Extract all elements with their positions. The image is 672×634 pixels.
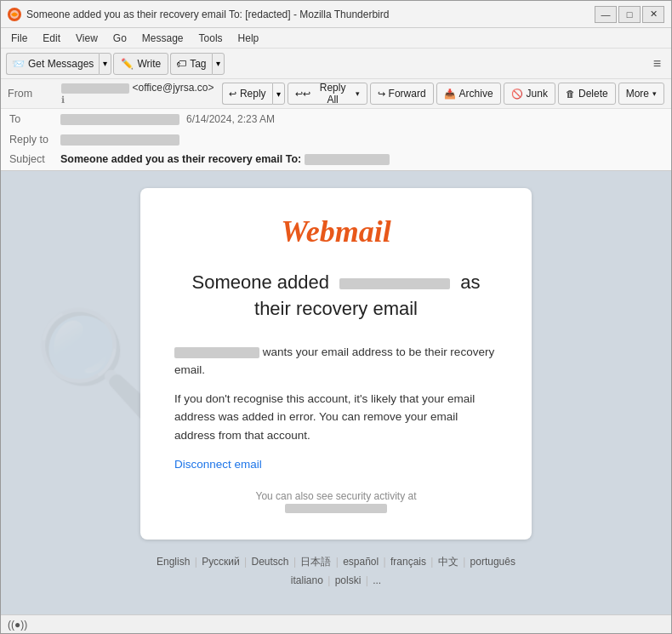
from-email-address[interactable]: <office@jyrsa.co> [132, 82, 214, 94]
footer-link-blurred [285, 504, 387, 513]
menu-edit[interactable]: Edit [36, 31, 67, 46]
body-paragraph-1: wants your email address to be their rec… [174, 343, 498, 380]
menu-tools[interactable]: Tools [192, 31, 230, 46]
get-messages-dropdown: 📨 Get Messages ▾ [6, 53, 111, 75]
window-title: Someone added you as their recovery emai… [26, 9, 595, 20]
trash-icon: 🗑 [566, 89, 575, 99]
reply-to-label: Reply to [9, 134, 60, 146]
email-card: Webmail Someone added as their recovery … [140, 188, 532, 540]
archive-button[interactable]: 📥 Archive [436, 83, 501, 105]
subject-value: Someone added you as their recovery emai… [60, 153, 390, 165]
write-button[interactable]: ✏️ Write [113, 53, 168, 75]
close-button[interactable]: ✕ [642, 6, 664, 23]
hamburger-menu[interactable]: ≡ [648, 54, 666, 74]
reply-all-arrow: ▾ [356, 89, 360, 98]
email-meta-area: From <office@jyrsa.co> ℹ ↩ Reply ▾ ↩↩ Re [1, 79, 671, 171]
reply-all-icon: ↩↩ [295, 89, 310, 100]
forward-button[interactable]: ↪ Forward [370, 83, 434, 105]
menubar: File Edit View Go Message Tools Help [1, 28, 671, 49]
lang-spanish[interactable]: español [343, 556, 379, 568]
from-name-blurred [61, 83, 129, 94]
lang-polish[interactable]: polski [335, 574, 362, 586]
delete-button[interactable]: 🗑 Delete [558, 83, 616, 105]
junk-button[interactable]: 🚫 Junk [504, 83, 555, 105]
language-bar: English | Русский | Deutsch | 日本語 | espa… [18, 553, 654, 590]
archive-icon: 📥 [444, 89, 456, 100]
window-controls: — □ ✕ [595, 6, 664, 23]
statusbar: ((●)) [1, 614, 671, 633]
footer-text: You can also see security activity at [174, 490, 498, 502]
reply-dropdown-arrow[interactable]: ▾ [272, 83, 285, 105]
more-button[interactable]: More ▾ [618, 83, 664, 105]
tag-button[interactable]: 🏷 Tag [170, 53, 211, 75]
app-icon [8, 8, 21, 21]
menu-message[interactable]: Message [135, 31, 191, 46]
action-bar: From <office@jyrsa.co> ℹ ↩ Reply ▾ ↩↩ Re [1, 79, 671, 109]
menu-help[interactable]: Help [231, 31, 266, 46]
junk-icon: 🚫 [511, 89, 523, 100]
email-date: 6/14/2024, 2:23 AM [186, 113, 275, 125]
to-value-blurred [60, 114, 179, 125]
connection-icon: ((●)) [8, 619, 27, 631]
reply-all-button[interactable]: ↩↩ Reply All ▾ [288, 83, 367, 105]
get-messages-arrow[interactable]: ▾ [99, 53, 111, 75]
lang-japanese[interactable]: 日本語 [300, 556, 331, 568]
body-paragraph-3: Disconnect email [174, 455, 498, 474]
webmail-logo-text: Webmail [281, 214, 390, 248]
subject-label: Subject [9, 153, 60, 165]
lang-german[interactable]: Deutsch [252, 556, 289, 568]
subject-redacted [305, 154, 390, 165]
menu-file[interactable]: File [4, 31, 34, 46]
info-icon: ℹ [61, 94, 65, 105]
reply-icon: ↩ [229, 89, 236, 100]
envelope-icon: 📨 [12, 58, 25, 70]
from-label: From [8, 88, 59, 100]
disconnect-email-link[interactable]: Disconnect email [174, 458, 262, 471]
maximize-button[interactable]: □ [618, 6, 641, 23]
email-body-area: 🔍 THINKTIFF Webmail Someone added as the… [1, 171, 671, 614]
get-messages-button[interactable]: 📨 Get Messages [6, 53, 99, 75]
tag-dropdown: 🏷 Tag ▾ [170, 53, 224, 75]
body-paragraph-2: If you don't recognise this account, it'… [174, 390, 498, 445]
title-redacted-email [339, 278, 450, 289]
subject-row: Subject Someone added you as their recov… [1, 150, 671, 170]
reply-split-button: ↩ Reply ▾ [222, 83, 285, 105]
lang-french[interactable]: français [390, 556, 426, 568]
main-toolbar: 📨 Get Messages ▾ ✏️ Write 🏷 Tag ▾ ≡ [1, 49, 671, 79]
forward-icon: ↪ [378, 89, 385, 100]
lang-chinese[interactable]: 中文 [438, 556, 458, 568]
lang-italian[interactable]: italiano [291, 574, 323, 586]
lang-more[interactable]: ... [373, 574, 381, 586]
to-row: To 6/14/2024, 2:23 AM [1, 109, 671, 129]
reply-button[interactable]: ↩ Reply [222, 83, 272, 105]
from-email-link[interactable]: <office@jyrsa.co> ℹ [61, 82, 217, 106]
reply-to-value-blurred [60, 134, 179, 146]
pencil-icon: ✏️ [121, 58, 134, 70]
email-card-title: Someone added as their recovery email [174, 270, 498, 323]
minimize-button[interactable]: — [595, 6, 617, 23]
body-redacted-name [174, 347, 259, 358]
more-chevron-icon: ▾ [652, 89, 657, 98]
lang-portuguese[interactable]: português [470, 556, 515, 568]
lang-russian[interactable]: Русский [202, 556, 240, 568]
menu-view[interactable]: View [69, 31, 105, 46]
reply-to-row: Reply to [1, 129, 671, 150]
to-label: To [9, 113, 60, 125]
tag-icon: 🏷 [176, 58, 186, 70]
email-card-footer: You can also see security activity at [174, 490, 498, 514]
chevron-down-icon: ▾ [276, 89, 281, 99]
email-card-body: wants your email address to be their rec… [174, 343, 498, 474]
app-window: Someone added you as their recovery emai… [0, 0, 672, 634]
menu-go[interactable]: Go [106, 31, 134, 46]
webmail-logo: Webmail [174, 214, 498, 249]
lang-english[interactable]: English [157, 556, 190, 568]
titlebar: Someone added you as their recovery emai… [1, 1, 671, 28]
tag-arrow[interactable]: ▾ [212, 53, 225, 75]
